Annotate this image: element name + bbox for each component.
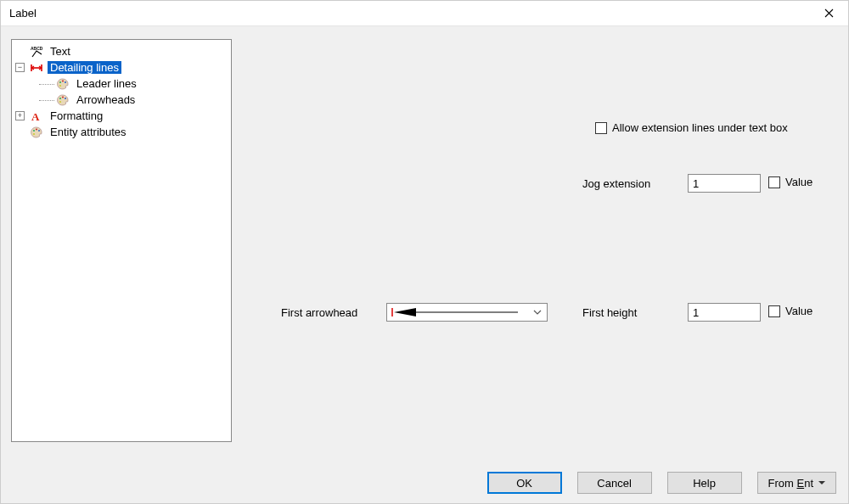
palette-icon xyxy=(30,126,43,139)
first-arrowhead-label: First arrowhead xyxy=(281,306,357,319)
svg-point-6 xyxy=(62,96,64,98)
collapse-toggle[interactable]: − xyxy=(15,63,25,72)
checkbox-label: Value xyxy=(785,305,812,317)
palette-icon xyxy=(56,93,70,107)
tree-item-label: Leader lines xyxy=(74,77,139,90)
titlebar: Label xyxy=(1,1,848,26)
cancel-button[interactable]: Cancel xyxy=(577,472,652,494)
palette-icon xyxy=(56,77,70,91)
arrowhead-preview xyxy=(391,306,531,318)
button-label: OK xyxy=(516,477,532,490)
ok-button[interactable]: OK xyxy=(487,472,562,494)
button-label: Help xyxy=(693,477,716,490)
from-ent-button[interactable]: From Ent xyxy=(757,472,836,494)
tree-panel: ABCD Text − xyxy=(11,39,232,442)
tree-item-arrowheads[interactable]: Arrowheads xyxy=(39,92,228,108)
button-label: From Ent xyxy=(768,477,813,490)
first-height-value-checkbox[interactable]: Value xyxy=(768,305,812,317)
first-height-label: First height xyxy=(582,306,637,319)
detailing-lines-icon xyxy=(30,61,43,75)
tree-item-text[interactable]: ABCD Text xyxy=(15,43,228,59)
checkbox-box xyxy=(595,122,607,134)
svg-point-8 xyxy=(59,100,61,102)
svg-point-13 xyxy=(33,132,35,134)
chevron-down-icon xyxy=(531,310,543,315)
checkbox-label: Allow extension lines under text box xyxy=(612,121,788,134)
jog-extension-label: Jog extension xyxy=(582,177,650,190)
tree-item-formatting[interactable]: + A Formatting xyxy=(15,108,228,124)
button-bar: OK Cancel Help From Ent xyxy=(1,462,848,503)
checkbox-box xyxy=(768,305,780,317)
close-icon xyxy=(824,8,834,18)
tree-item-label: Formatting xyxy=(48,109,105,122)
text-icon: ABCD xyxy=(30,45,43,59)
tree-item-detailing-lines[interactable]: − Detailing lines xyxy=(15,59,228,76)
svg-point-3 xyxy=(65,81,66,82)
expand-toggle[interactable]: + xyxy=(15,111,25,120)
tree-item-label: Text xyxy=(48,45,73,58)
svg-point-10 xyxy=(33,129,35,131)
svg-point-12 xyxy=(38,129,40,131)
allow-extension-checkbox[interactable]: Allow extension lines under text box xyxy=(595,121,788,134)
svg-marker-15 xyxy=(394,308,416,316)
tree-item-label: Entity attributes xyxy=(48,126,129,138)
svg-text:ABCD: ABCD xyxy=(31,46,43,51)
caret-down-icon xyxy=(818,481,825,484)
svg-point-11 xyxy=(36,128,37,130)
tree-item-label: Detailing lines xyxy=(48,61,121,74)
jog-extension-value-checkbox[interactable]: Value xyxy=(768,176,812,188)
formatting-icon: A xyxy=(30,109,43,123)
close-button[interactable] xyxy=(810,1,848,26)
tree-item-leader-lines[interactable]: Leader lines xyxy=(39,76,228,92)
tree-item-entity-attributes[interactable]: Entity attributes xyxy=(15,124,228,140)
svg-text:A: A xyxy=(31,110,40,123)
first-arrowhead-dropdown[interactable] xyxy=(386,303,548,322)
checkbox-label: Value xyxy=(785,176,812,188)
jog-extension-input[interactable] xyxy=(688,174,761,193)
svg-point-5 xyxy=(59,97,61,98)
tree: ABCD Text − xyxy=(15,43,228,140)
titlebar-title: Label xyxy=(9,7,810,20)
dialog-window: Label ABCD xyxy=(0,0,849,504)
checkbox-box xyxy=(768,176,780,188)
svg-point-4 xyxy=(59,84,61,86)
tree-item-label: Arrowheads xyxy=(74,93,138,106)
first-height-input[interactable] xyxy=(688,303,761,322)
svg-point-1 xyxy=(59,81,61,82)
button-label: Cancel xyxy=(597,477,631,490)
help-button[interactable]: Help xyxy=(667,472,742,494)
svg-point-7 xyxy=(65,97,66,98)
client-area: ABCD Text − xyxy=(1,26,848,503)
svg-point-2 xyxy=(62,80,64,81)
